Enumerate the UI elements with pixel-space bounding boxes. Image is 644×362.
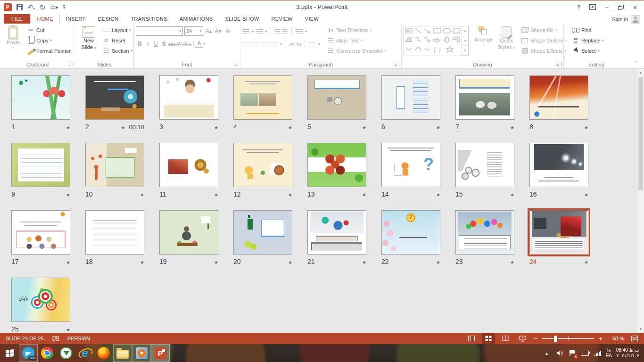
new-slide-button[interactable]: New Slide ▾ (77, 25, 100, 52)
taskbar-powerpoint[interactable]: P (151, 344, 170, 362)
shape-outline-button[interactable]: Shape Outline▾ (520, 35, 568, 46)
taskbar-media-player[interactable] (132, 344, 151, 362)
minimize-icon[interactable]: – (601, 2, 613, 12)
slide-cell-3[interactable]: 3★ (159, 75, 233, 143)
drawing-dialog-launcher[interactable] (557, 62, 561, 66)
hidden-icons-arrow[interactable]: ▴ (543, 348, 551, 358)
slide-cell-12[interactable]: 12★ (233, 143, 307, 210)
columns-icon[interactable] (309, 42, 316, 47)
replace-button[interactable]: abacReplace▾ (570, 35, 605, 46)
shape-effects-button[interactable]: Shape Effects▾ (520, 46, 568, 56)
restore-icon[interactable] (615, 2, 627, 12)
slide-25-thumbnail[interactable] (11, 278, 70, 322)
tab-file[interactable]: FILE (4, 14, 30, 24)
slide-cell-7[interactable]: 7★ (455, 75, 529, 143)
close-icon[interactable]: × (629, 2, 641, 12)
taskbar-firefox[interactable] (94, 344, 113, 362)
slide-cell-20[interactable]: 20★ (233, 210, 307, 278)
underline-button[interactable]: U (152, 41, 160, 47)
font-color-button[interactable]: A (195, 40, 203, 48)
slide-19-thumbnail[interactable] (159, 210, 218, 255)
decrease-indent-icon[interactable] (275, 29, 280, 34)
slide-17-thumbnail[interactable] (11, 210, 70, 255)
format-painter-button[interactable]: Format Painter (25, 46, 72, 56)
font-size-combo[interactable]: 24▾ (184, 26, 203, 36)
taskbar-chrome[interactable] (38, 344, 57, 362)
taskbar-file-explorer[interactable] (113, 344, 132, 362)
slide-24-thumbnail[interactable] (529, 210, 588, 255)
help-icon[interactable]: ? (572, 2, 585, 12)
slide-cell-10[interactable]: 10★ (85, 143, 159, 210)
tab-slide-show[interactable]: SLIDE SHOW (219, 14, 265, 24)
shapes-scroll[interactable]: ▲▼▼ (462, 26, 468, 56)
volume-icon[interactable] (555, 348, 564, 358)
slide-10-thumbnail[interactable] (85, 143, 144, 187)
ribbon-display-options-icon[interactable] (586, 2, 599, 12)
reading-view-button[interactable] (499, 333, 512, 344)
undo-icon[interactable]: ↶▾ (27, 4, 35, 11)
slide-5-thumbnail[interactable] (307, 75, 366, 120)
font-color-caret[interactable]: ▾ (203, 42, 205, 46)
select-button[interactable]: Select▾ (570, 46, 605, 56)
slide-cell-2[interactable]: 2★00:10 (85, 75, 159, 143)
battery-icon[interactable] (581, 348, 589, 358)
fit-slide-to-window-button[interactable] (628, 333, 641, 344)
tab-home[interactable]: HOME (30, 14, 59, 24)
start-slideshow-icon[interactable]: ▭▸ (50, 4, 58, 10)
redo-icon[interactable]: ↻ (40, 4, 46, 11)
align-left-icon[interactable] (242, 42, 249, 47)
slide-22-thumbnail[interactable] (381, 210, 440, 255)
scroll-up-icon[interactable]: ▲ (637, 69, 644, 76)
justify-icon[interactable] (271, 42, 278, 47)
slide-4-thumbnail[interactable] (233, 75, 292, 120)
slide-9-thumbnail[interactable] (11, 143, 70, 187)
bold-button[interactable]: B (136, 41, 144, 47)
language-switcher[interactable]: فا FA (606, 348, 612, 358)
slide-cell-11[interactable]: 11★ (159, 143, 233, 210)
slide-13-thumbnail[interactable] (307, 143, 366, 187)
shapes-gallery[interactable]: { } ▲▼▼ (404, 26, 469, 56)
spell-check-icon[interactable] (51, 333, 60, 344)
slide-18-thumbnail[interactable] (85, 210, 144, 255)
clear-formatting-icon[interactable]: A̷ (223, 28, 231, 34)
align-text-button[interactable]: Align Text▾ (326, 35, 388, 46)
slide-sorter-view-button[interactable] (482, 333, 495, 344)
slide-cell-16[interactable]: 16★ (529, 143, 603, 210)
action-center-flag-icon[interactable]: ✕ (568, 348, 577, 358)
slide-cell-9[interactable]: 9★ (11, 143, 85, 210)
collapse-ribbon-icon[interactable]: ⌃ (635, 61, 638, 66)
text-shadow-button[interactable]: S (160, 41, 168, 47)
quick-styles-button[interactable]: Quick Styles ▾ (495, 25, 518, 52)
language-indicator[interactable]: PERSIAN (67, 336, 90, 341)
copy-button[interactable]: Copy▾ (25, 35, 72, 46)
vertical-scrollbar[interactable]: ▲ ▼ (637, 69, 644, 333)
increase-indent-icon[interactable] (282, 29, 288, 34)
reset-button[interactable]: ↺Reset (101, 35, 134, 46)
font-name-combo[interactable]: ▾ (136, 26, 183, 36)
tab-transitions[interactable]: TRANSITIONS (125, 14, 173, 24)
italic-button[interactable]: I (144, 41, 152, 48)
character-spacing-button[interactable]: AV▾ (176, 41, 184, 47)
slide-3-thumbnail[interactable] (159, 75, 218, 120)
slide-cell-14[interactable]: 14★ (381, 143, 455, 210)
slide-16-thumbnail[interactable] (529, 143, 588, 187)
zoom-in-button[interactable]: + (598, 335, 603, 342)
arrange-button[interactable]: Arrange▾ (472, 25, 495, 49)
tab-view[interactable]: VIEW (299, 14, 325, 24)
slide-cell-23[interactable]: 23★ (455, 210, 529, 278)
tab-insert[interactable]: INSERT (60, 14, 92, 24)
slide-11-thumbnail[interactable] (159, 143, 218, 187)
slide-21-thumbnail[interactable] (307, 210, 366, 255)
scroll-down-icon[interactable]: ▼ (637, 326, 644, 333)
cut-button[interactable]: ✂Cut (25, 25, 72, 35)
zoom-slider[interactable] (542, 338, 594, 339)
slide-cell-1[interactable]: 1★ (11, 75, 85, 143)
rtl-direction-icon[interactable]: ¶◂ (297, 42, 301, 47)
slide-cell-22[interactable]: 22★ (381, 210, 455, 278)
sign-in-link[interactable]: Sign in (612, 16, 628, 22)
taskbar-telegram[interactable]: 328 (19, 344, 38, 362)
increase-font-size-icon[interactable]: A▴ (205, 28, 213, 34)
zoom-slider-thumb[interactable] (553, 335, 558, 343)
shape-fill-button[interactable]: Shape Fill▾ (520, 25, 568, 35)
slide-8-thumbnail[interactable] (529, 75, 588, 120)
